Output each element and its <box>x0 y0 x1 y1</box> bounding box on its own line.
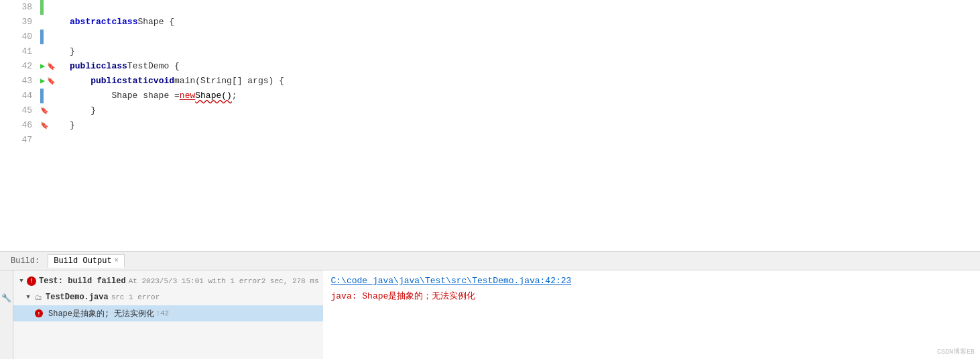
code-line-41: } <box>70 44 980 59</box>
code-line-40 <box>70 30 980 44</box>
csdn-watermark: CSDN博客EB <box>937 347 975 356</box>
file-icon: 🗂 <box>34 293 43 302</box>
code-line-47 <box>70 133 980 148</box>
error-icon: ! <box>27 276 36 286</box>
error-file-row[interactable]: ▼ 🗂 TestDemo.java src 1 error <box>13 289 323 305</box>
tab-close-button[interactable]: × <box>115 257 119 264</box>
code-line-46: } <box>70 118 980 133</box>
wrench-icon: 🔧 <box>1 293 11 303</box>
error-message-label: Shape是抽象的; 无法实例化 <box>48 308 154 319</box>
panel-tabs: Build: Build Output × <box>0 252 980 270</box>
tab-build-output[interactable]: Build Output × <box>48 254 124 268</box>
code-line-44: Shape shape = new Shape() ; <box>70 89 980 103</box>
error-tree: ▼ ! Test: build failed At 2023/5/3 15:01… <box>13 270 323 359</box>
error-root-detail: At 2023/5/3 15:01 with 1 error <box>129 277 261 285</box>
error-message-row[interactable]: ! Shape是抽象的; 无法实例化 :42 <box>13 305 323 321</box>
error-icon-2: ! <box>35 309 43 317</box>
error-file-label: TestDemo.java <box>46 293 109 302</box>
tab-output-label: Build Output <box>54 256 111 266</box>
code-line-43: public static void main(String[] args) { <box>70 74 980 89</box>
code-line-38 <box>70 0 980 15</box>
error-duration: 2 sec, 278 ms <box>261 277 319 285</box>
error-file-link[interactable]: C:\code_java\java\Test\src\TestDemo.java… <box>331 276 572 286</box>
panel-right: C:\code_java\java\Test\src\TestDemo.java… <box>323 270 981 359</box>
gutter: ▶ 🔖 ▶ 🔖 🔖 🔖 <box>40 0 64 251</box>
error-detail-message: java: Shape是抽象的；无法实例化 <box>331 290 973 302</box>
bottom-panel: Build: Build Output × 🔧 ▼ ! Test: build … <box>0 252 980 359</box>
code-editor[interactable]: abstract class Shape { } public class Te… <box>64 0 980 251</box>
chevron-down-icon-2: ▼ <box>24 293 32 301</box>
error-file-detail: src 1 error <box>111 293 160 301</box>
code-line-39: abstract class Shape { <box>70 15 980 30</box>
chevron-down-icon: ▼ <box>17 277 25 285</box>
error-detail-link[interactable]: C:\code_java\java\Test\src\TestDemo.java… <box>331 276 973 286</box>
code-line-42: public class TestDemo { <box>70 59 980 74</box>
code-line-45: } <box>70 103 980 118</box>
error-root-label: Test: build failed <box>39 276 126 286</box>
tab-build-label: Build: <box>5 255 45 267</box>
line-numbers: 38 39 40 41 42 43 44 45 46 47 <box>0 0 40 251</box>
editor-area: 38 39 40 41 42 43 44 45 46 47 ▶ 🔖 ▶ 🔖 <box>0 0 980 252</box>
error-line: :42 <box>156 309 169 317</box>
error-root-row[interactable]: ▼ ! Test: build failed At 2023/5/3 15:01… <box>13 273 323 289</box>
left-sidebar-strip: 🔧 <box>0 270 13 359</box>
panel-left: 🔧 ▼ ! Test: build failed At 2023/5/3 15:… <box>0 270 323 359</box>
panel-content: 🔧 ▼ ! Test: build failed At 2023/5/3 15:… <box>0 270 980 359</box>
